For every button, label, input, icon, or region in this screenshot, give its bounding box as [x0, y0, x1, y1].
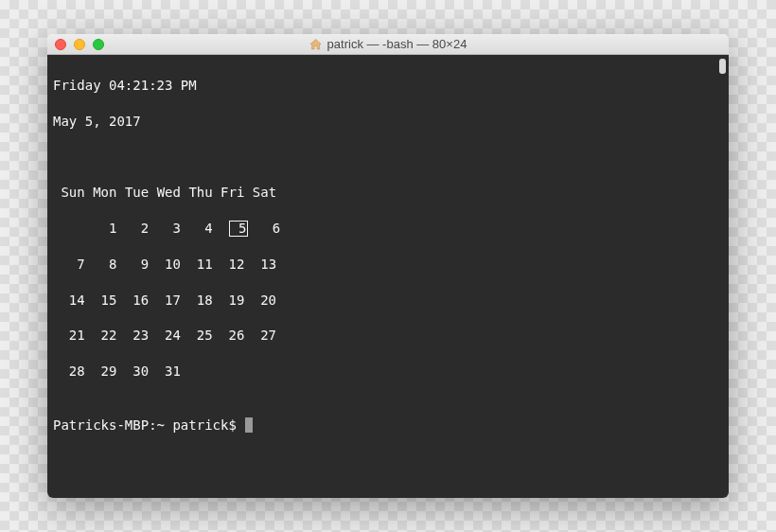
cal-day: 15 [101, 293, 117, 308]
cal-day: 24 [165, 328, 181, 343]
cal-head-mon: Mon [93, 185, 116, 200]
cal-day: 7 [77, 257, 84, 272]
calendar-header: Sun Mon Tue Wed Thu Fri Sat [53, 184, 280, 202]
cal-day: 23 [132, 328, 149, 343]
window-title: patrick — -bash — 80×24 [327, 37, 467, 51]
cal-day: 25 [197, 328, 213, 343]
traffic-lights [55, 39, 104, 50]
calendar-row: 14 15 16 17 18 19 20 [53, 292, 280, 310]
calendar-row: 28 29 30 31 [53, 363, 280, 381]
cal-day: 31 [165, 364, 181, 379]
cal-head-thu: Thu [188, 185, 212, 200]
cal-day: 22 [101, 328, 117, 343]
cal-day: 17 [165, 293, 181, 308]
cal-day: 26 [228, 328, 244, 343]
cal-day: 4 [204, 221, 212, 236]
calendar-row: 7 8 9 10 11 12 13 [53, 256, 280, 274]
cal-day: 27 [260, 328, 276, 343]
cal-day: 6 [273, 221, 280, 236]
cal-day: 2 [141, 221, 149, 236]
home-icon [309, 38, 323, 51]
window-title-container: patrick — -bash — 80×24 [309, 37, 467, 51]
cursor [245, 417, 253, 433]
cal-day: 30 [132, 364, 149, 379]
cal-day: 12 [229, 257, 245, 272]
cal-day: 10 [165, 257, 181, 272]
cal-day: 16 [132, 293, 149, 308]
datetime-line: Friday 04:21:23 PM [53, 77, 723, 95]
cal-day: 13 [260, 257, 276, 272]
cal-day: 28 [69, 364, 85, 379]
cal-day: 14 [69, 293, 85, 308]
titlebar[interactable]: patrick — -bash — 80×24 [47, 34, 729, 55]
terminal-body[interactable]: Friday 04:21:23 PM May 5, 2017 Sun Mon T… [47, 55, 729, 498]
prompt-text: Patricks-MBP:~ patrick$ [53, 417, 237, 433]
minimize-button[interactable] [74, 39, 85, 50]
cal-day: 21 [69, 328, 85, 343]
cal-head-sun: Sun [61, 185, 84, 200]
cal-head-tue: Tue [125, 185, 149, 200]
cal-head-sat: Sat [253, 185, 276, 200]
cal-day: 1 [109, 221, 116, 236]
cal-day: 9 [141, 257, 149, 272]
blank-line [53, 381, 723, 399]
calendar-row: 1 2 3 4 5 6 [53, 220, 280, 238]
zoom-button[interactable] [93, 39, 104, 50]
cal-day: 29 [101, 364, 117, 379]
prompt-line: Patricks-MBP:~ patrick$ [53, 417, 723, 434]
cal-head-fri: Fri [220, 185, 244, 200]
blank-line [53, 148, 723, 166]
cal-day: 18 [197, 293, 213, 308]
terminal-window: patrick — -bash — 80×24 Friday 04:21:23 … [47, 34, 729, 498]
close-button[interactable] [55, 39, 66, 50]
cal-head-wed: Wed [157, 185, 181, 200]
date-line: May 5, 2017 [53, 113, 723, 131]
calendar-row: 21 22 23 24 25 26 27 [53, 327, 280, 345]
cal-day: 11 [197, 257, 213, 272]
scrollbar-thumb[interactable] [719, 59, 726, 74]
cal-day: 3 [172, 221, 180, 236]
cal-day: 8 [109, 257, 116, 272]
calendar: Sun Mon Tue Wed Thu Fri Sat 1 2 3 4 5 6 … [53, 184, 280, 381]
cal-day-today: 5 [229, 221, 249, 237]
cal-day: 19 [228, 293, 244, 308]
cal-day: 20 [260, 293, 276, 308]
